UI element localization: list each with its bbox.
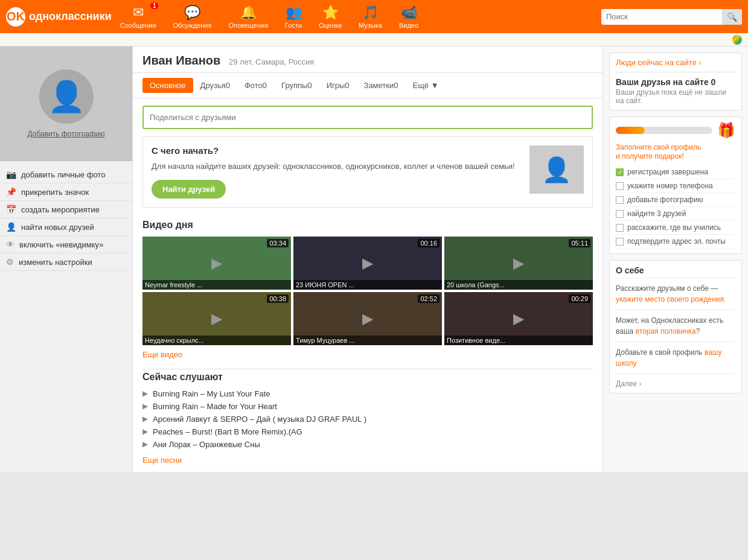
- tab-main[interactable]: Основное: [142, 78, 193, 93]
- left-menu-pin-badge[interactable]: 📌прикрепить значок: [0, 183, 132, 201]
- video-label-v1: Neуmar freestyle ...: [142, 280, 291, 290]
- online-friends-title[interactable]: Люди сейчас на сайте ›: [616, 58, 735, 67]
- play-icon-m4: ▶: [142, 427, 148, 436]
- get-started-box: С чего начать? Для начала найдите ваших …: [142, 136, 593, 208]
- find-friends-label: найти новых друзей: [21, 223, 94, 232]
- play-icon-m2: ▶: [142, 402, 148, 410]
- music-item-m1[interactable]: ▶Burning Rain – My Lust Your Fate: [142, 387, 593, 400]
- music-section: Сейчас слушают ▶Burning Rain – My Lust Y…: [133, 366, 603, 472]
- profile-tabs: ОсновноеДрузья0Фото0Группы0Игры0Заметки0…: [133, 73, 603, 98]
- create-event-label: создать мероприятие: [21, 205, 100, 214]
- video-label-v3: 20 школа (Gangs...: [444, 280, 593, 290]
- video-thumb-v5[interactable]: ▶ 02:52 Тимур Муцураев ...: [293, 292, 442, 345]
- check-item-c2: укажите номер телефона: [616, 179, 735, 193]
- tab-groups[interactable]: Группы0: [274, 78, 319, 93]
- tab-photos[interactable]: Фото0: [237, 78, 274, 93]
- check-item-c4: найдите 3 друзей: [616, 207, 735, 221]
- get-started-desc: Для начала найдите ваших друзей: однокла…: [152, 161, 520, 173]
- video-section-title: Видео дня: [142, 220, 593, 231]
- about-more-link[interactable]: Далее ›: [616, 380, 641, 388]
- check-box-c4: [616, 210, 624, 218]
- video-thumb-v6[interactable]: ▶ 00:29 Позитивное виде...: [444, 292, 593, 345]
- nav-item-guests[interactable]: 👥Гости: [277, 2, 310, 31]
- music-item-m3[interactable]: ▶Арсений Лавкут & SERPO – Дай ( музыка D…: [142, 413, 593, 425]
- notifications-icon: 🔔: [240, 5, 257, 21]
- ratings-icon: ⭐: [322, 5, 339, 21]
- tab-games[interactable]: Игры0: [319, 78, 357, 93]
- nav-item-notifications[interactable]: 🔔Оповещения: [220, 2, 277, 31]
- person-icon: 👤: [542, 156, 572, 184]
- video-thumb-v2[interactable]: ▶ 00:16 23 ИЮНЯ OPEN ...: [293, 237, 442, 290]
- check-item-c1: ✓регистрация завершена: [616, 165, 735, 179]
- left-menu-add-photo[interactable]: 📷добавить личные фото: [0, 166, 132, 183]
- logo-text: одноклассники: [29, 10, 112, 23]
- about-text-before-a1: Расскажите друзьям о себе —: [616, 284, 718, 293]
- music-list: ▶Burning Rain – My Lust Your Fate▶Burnin…: [142, 387, 593, 451]
- completion-fill: [616, 127, 645, 134]
- tab-more[interactable]: Ещё ▼: [405, 78, 446, 93]
- tab-friends[interactable]: Друзья0: [193, 78, 237, 93]
- logo-icon: OK: [6, 7, 25, 27]
- video-thumb-v1[interactable]: ▶ 03:34 Neуmar freestyle ...: [142, 237, 291, 290]
- friends-count: 0: [711, 77, 716, 87]
- nav-item-messages[interactable]: ✉1Сообщения: [112, 2, 165, 31]
- video-duration-v1: 03:34: [267, 239, 289, 247]
- music-item-m4[interactable]: ▶Peaches – Burst! (Bart B More Remix).(A…: [142, 425, 593, 438]
- music-icon: 🎵: [362, 5, 379, 21]
- video-thumb-v3[interactable]: ▶ 05:11 20 школа (Gangs...: [444, 237, 593, 290]
- avatar-box: 👤 Добавить фотографию: [0, 46, 132, 161]
- play-icon-m3: ▶: [142, 415, 148, 423]
- search-input[interactable]: [601, 9, 722, 24]
- discussions-icon: 💬: [184, 5, 200, 21]
- fill-profile-link[interactable]: Заполните свой профильи получите подарок…: [616, 143, 701, 161]
- about-text-after-a2: ?: [696, 327, 700, 336]
- add-photo-link[interactable]: Добавить фотографию: [28, 130, 105, 138]
- invisible-icon: 👁: [6, 240, 14, 249]
- profile-meta: 29 лет, Самара, Россия: [229, 57, 314, 66]
- video-thumb-v4[interactable]: ▶ 00:38 Неудачно скрылс...: [142, 292, 291, 345]
- header: OK одноклассники ✉1Сообщения💬Обсуждения🔔…: [0, 0, 748, 33]
- invisible-label: включить «невидимку»: [19, 240, 103, 249]
- nav-item-ratings[interactable]: ⭐Оценки: [310, 2, 350, 31]
- about-me-panel: О себе Расскажите друзьям о себе — укажи…: [609, 260, 742, 393]
- music-item-m5[interactable]: ▶Ани Лорак – Оранжевые Сны: [142, 438, 593, 451]
- about-link-a2[interactable]: вторая половинка: [636, 327, 696, 336]
- play-icon-m1: ▶: [142, 389, 148, 398]
- music-item-m2[interactable]: ▶Burning Rain – Made for Your Heart: [142, 400, 593, 413]
- about-link-a1[interactable]: укажите место своего рождения.: [616, 295, 726, 304]
- nav-item-music[interactable]: 🎵Музыка: [350, 2, 391, 31]
- more-music-link[interactable]: Еще песни: [142, 456, 182, 465]
- tab-notes[interactable]: Заметки0: [357, 78, 406, 93]
- check-label-c2: укажите номер телефона: [627, 182, 713, 190]
- left-menu-settings[interactable]: ⚙изменить настройки: [0, 253, 132, 271]
- language-icon[interactable]: [732, 35, 742, 45]
- your-friends-label: Ваши друзья на сайте: [616, 77, 709, 87]
- find-friends-icon: 👤: [6, 222, 16, 232]
- profile-header: Иван Иванов 29 лет, Самара, Россия: [133, 46, 603, 73]
- guests-label: Гости: [285, 22, 302, 29]
- more-videos-link[interactable]: Еще видео: [142, 350, 182, 359]
- pin-badge-label: прикрепить значок: [21, 188, 89, 197]
- left-menu-create-event[interactable]: 📅создать мероприятие: [0, 201, 132, 218]
- left-sidebar: 👤 Добавить фотографию 📷добавить личные ф…: [0, 46, 133, 472]
- logo[interactable]: OK одноклассники: [6, 7, 112, 27]
- left-menu-invisible[interactable]: 👁включить «невидимку»: [0, 236, 132, 253]
- check-label-c3: добавьте фотографию: [627, 196, 703, 204]
- share-input[interactable]: [144, 107, 592, 128]
- messages-badge: 1: [150, 2, 159, 9]
- find-friends-button[interactable]: Найти друзей: [152, 180, 226, 199]
- get-started-text: С чего начать? Для начала найдите ваших …: [152, 145, 520, 199]
- main-layout: 👤 Добавить фотографию 📷добавить личные ф…: [0, 46, 748, 472]
- video-grid: ▶ 03:34 Neуmar freestyle ... ▶ 00:16 23 …: [142, 237, 593, 345]
- messages-icon: ✉: [133, 5, 144, 21]
- subheader: [0, 33, 748, 46]
- nav-item-discussions[interactable]: 💬Обсуждения: [164, 2, 220, 31]
- nav-item-video[interactable]: 📹Видео: [391, 2, 427, 31]
- get-started-image: 👤: [529, 145, 584, 194]
- pin-badge-icon: 📌: [6, 187, 16, 197]
- fill-profile-text: Заполните свой профильи получите подарок…: [616, 143, 701, 161]
- search-button[interactable]: 🔍: [722, 9, 742, 25]
- create-event-icon: 📅: [6, 205, 16, 214]
- left-menu-find-friends[interactable]: 👤найти новых друзей: [0, 218, 132, 236]
- left-menu: 📷добавить личные фото📌прикрепить значок📅…: [0, 161, 132, 276]
